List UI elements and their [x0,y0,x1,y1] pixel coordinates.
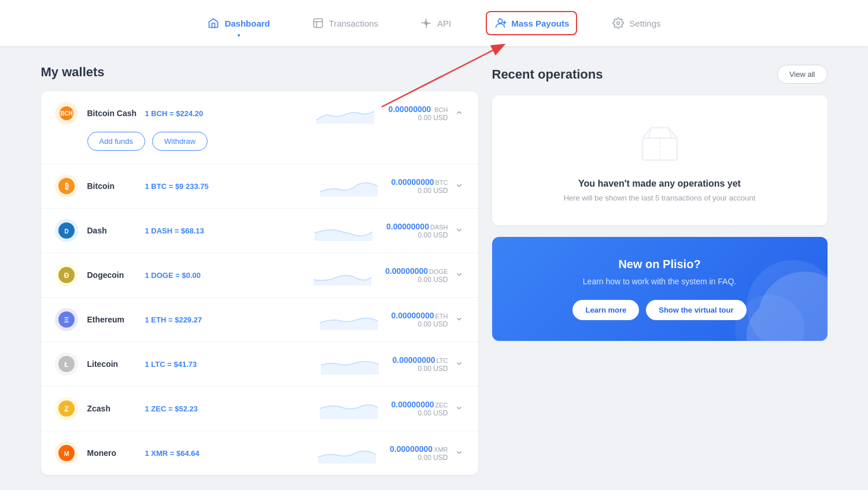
svg-text:BCH: BCH [60,110,73,117]
nav-item-api[interactable]: API [413,12,458,34]
eth-balance: 0.00000000ETH 0.00 USD [391,311,448,328]
doge-chevron [455,270,464,280]
wallet-row-dash[interactable]: D Dash 1 DASH = $68.13 0.00000000DASH 0.… [41,209,478,253]
ltc-chevron [455,359,464,369]
nav-label-transactions: Transactions [329,18,378,28]
zec-chevron [455,404,464,413]
xmr-rate: 1 XMR = $64.64 [145,449,319,458]
dash-rate: 1 DASH = $68.13 [145,227,315,235]
svg-text:Ξ: Ξ [64,315,68,324]
eth-name: Ethereum [87,315,145,324]
empty-ops-title: You haven't made any operations yet [506,179,814,189]
recent-ops-header: Recent operations View all [492,65,828,84]
doge-balance: 0.00000000DOGE 0.00 USD [385,266,448,284]
bch-rate: 1 BCH = $224.20 [145,109,317,118]
svg-point-4 [498,19,503,23]
zec-balance: 0.00000000ZEC 0.00 USD [391,400,448,417]
ltc-icon: Ł [55,352,78,376]
wallet-row-doge[interactable]: Ð Dogecoin 1 DOGE = $0.00 0.00000000DOGE… [41,253,478,298]
promo-subtitle: Learn how to work with the system in FAQ… [511,277,809,286]
nav-item-mass-payouts[interactable]: Mass Payouts [486,11,577,35]
btc-balance: 0.00000000BTC 0.00 USD [391,177,448,195]
mass-payouts-icon [494,17,507,29]
doge-name: Dogecoin [87,270,145,280]
recent-ops-title: Recent operations [492,67,603,82]
dash-chart [315,220,372,241]
wallets-title: My wallets [41,65,478,80]
view-all-button[interactable]: View all [777,65,828,84]
ltc-rate: 1 LTC = $41.73 [145,360,321,369]
doge-rate: 1 DOGE = $0.00 [145,271,314,280]
svg-rect-28 [642,138,677,160]
wallet-row-zec[interactable]: Z Zcash 1 ZEC = $52.23 0.00000000ZEC 0.0… [41,387,478,431]
xmr-name: Monero [87,448,145,458]
doge-icon: Ð [55,263,78,287]
eth-icon: Ξ [55,308,78,331]
bch-chevron-up [455,109,464,118]
add-funds-button[interactable]: Add funds [87,132,146,151]
learn-more-button[interactable]: Learn more [572,300,639,320]
wallet-row-btc[interactable]: ₿ Bitcoin 1 BTC = $9 233.75 0.00000000BT… [41,164,478,209]
wallet-row-eth[interactable]: Ξ Ethereum 1 ETH = $229.27 0.00000000ETH… [41,298,478,342]
transactions-icon [312,17,324,29]
xmr-icon: M [55,441,78,465]
svg-text:Ł: Ł [64,361,68,369]
svg-text:₿: ₿ [64,181,68,191]
zec-rate: 1 ZEC = $52.23 [145,404,320,413]
nav-label-api: API [437,18,451,28]
doge-chart [313,265,371,285]
virtual-tour-button[interactable]: Show the virtual tour [646,300,746,320]
eth-rate: 1 ETH = $229.27 [145,315,320,324]
xmr-chart [318,443,376,463]
wallet-row-bch[interactable]: BCH Bitcoin Cash 1 BCH = $224.20 [41,91,478,164]
xmr-chevron [455,448,464,458]
zec-icon: Z [55,397,78,420]
empty-box-icon [637,118,683,165]
promo-card: New on Plisio? Learn how to work with th… [492,237,828,341]
wallet-row-main-bch: BCH Bitcoin Cash 1 BCH = $224.20 [55,102,464,125]
svg-rect-0 [313,19,322,28]
withdraw-button[interactable]: Withdraw [152,132,208,151]
ltc-balance: 0.00000000LTC 0.00 USD [393,355,448,373]
wallet-row-ltc[interactable]: Ł Litecoin 1 LTC = $41.73 0.00000000LTC … [41,342,478,387]
main-content: My wallets BCH Bitcoin Cash 1 BCH = [18,46,851,490]
bch-name: Bitcoin Cash [87,109,145,118]
promo-title: New on Plisio? [511,258,809,271]
eth-chart [320,309,378,330]
bch-icon: BCH [55,102,78,125]
btc-chart [320,176,378,196]
nav-item-settings[interactable]: Settings [605,12,667,34]
wallet-row-xmr[interactable]: M Monero 1 XMR = $64.64 0.00000000XMR 0.… [41,431,478,475]
right-panel: Recent operations View all Y [492,65,828,475]
operations-empty-card: You haven't made any operations yet Here… [492,95,828,225]
bch-balance: 0.00000000 BCH 0.00 USD [388,105,448,122]
api-icon [420,17,433,29]
ltc-name: Litecoin [87,359,145,369]
xmr-balance: 0.00000000XMR 0.00 USD [390,444,448,462]
settings-icon [612,17,625,29]
promo-buttons: Learn more Show the virtual tour [511,300,809,320]
eth-chevron [455,315,464,324]
nav-label-settings: Settings [629,18,660,28]
dash-chevron [455,226,464,235]
wallets-card: BCH Bitcoin Cash 1 BCH = $224.20 [41,91,478,475]
btc-rate: 1 BTC = $9 233.75 [145,182,320,191]
dash-icon: D [55,219,78,242]
home-icon [207,17,220,29]
ltc-chart [321,354,379,374]
left-panel: My wallets BCH Bitcoin Cash 1 BCH = [41,65,478,475]
zec-chart [320,398,378,419]
svg-text:Ð: Ð [64,272,69,280]
btc-chevron [455,181,464,191]
svg-text:M: M [64,450,69,457]
svg-text:D: D [64,228,68,235]
nav-label-mass-payouts: Mass Payouts [511,18,569,28]
btc-icon: ₿ [55,175,78,198]
nav-item-dashboard[interactable]: Dashboard [200,12,276,34]
dash-name: Dash [87,226,145,235]
nav-item-transactions[interactable]: Transactions [305,12,385,34]
svg-text:Z: Z [64,405,68,413]
zec-name: Zcash [87,404,145,413]
dash-balance: 0.00000000DASH 0.00 USD [386,222,448,239]
header: Dashboard Transactions API [0,0,868,46]
